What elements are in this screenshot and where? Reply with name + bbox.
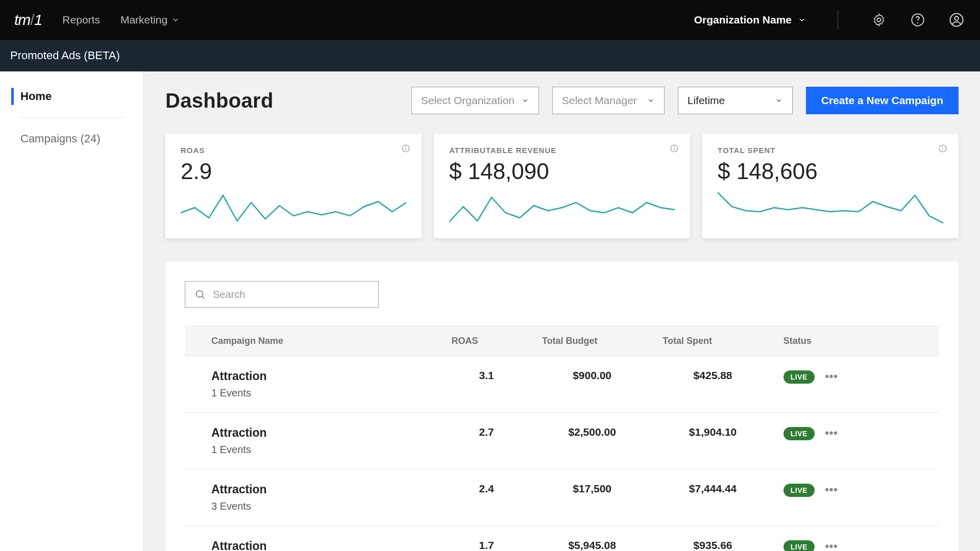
profile-button[interactable]: [947, 11, 966, 29]
create-campaign-button[interactable]: Create a New Campaign: [806, 87, 959, 114]
status-badge: LIVE: [783, 484, 815, 497]
svg-point-13: [942, 146, 943, 147]
col-header-budget[interactable]: Total Budget: [532, 327, 652, 356]
svg-point-7: [405, 146, 406, 147]
col-header-status[interactable]: Status: [773, 327, 939, 356]
campaign-name: Attraction: [211, 539, 431, 551]
select-manager-label: Select Manager: [562, 94, 637, 107]
metric-cards: ROAS 2.9 ATTRIBUTABLE REVENUE $ 148,090 …: [165, 134, 959, 238]
campaign-spent: $425.88: [652, 356, 773, 413]
campaigns-table: Campaign Name ROAS Total Budget Total Sp…: [185, 326, 939, 551]
card-revenue: ATTRIBUTABLE REVENUE $ 148,090: [434, 134, 690, 238]
svg-point-2: [917, 22, 918, 23]
campaign-events: 3 Events: [211, 500, 431, 512]
campaign-budget: $5,945.08: [532, 526, 652, 552]
col-header-roas[interactable]: ROAS: [442, 327, 532, 356]
campaign-budget: $17,500: [532, 469, 652, 526]
campaign-roas: 2.7: [442, 413, 532, 469]
row-more-button[interactable]: •••: [815, 539, 838, 551]
page-title: Dashboard: [165, 89, 274, 112]
svg-point-4: [954, 16, 959, 20]
select-period[interactable]: Lifetime: [678, 87, 793, 114]
col-header-name[interactable]: Campaign Name: [185, 327, 442, 356]
user-icon: [949, 12, 964, 28]
table-row[interactable]: Attraction1 Events2.7$2,500.00$1,904.10L…: [185, 413, 939, 469]
info-icon[interactable]: [938, 144, 947, 153]
campaign-roas: 3.1: [442, 356, 532, 413]
search-icon: [194, 289, 206, 300]
row-more-button[interactable]: •••: [815, 426, 838, 440]
organization-dropdown[interactable]: Organization Name: [694, 14, 806, 26]
info-icon[interactable]: [401, 144, 410, 153]
top-nav: tm/1 Reports Marketing Organization Name: [0, 0, 980, 40]
select-manager[interactable]: Select Manager: [552, 87, 665, 114]
campaign-budget: $900.00: [532, 356, 652, 413]
status-badge: LIVE: [783, 540, 815, 551]
campaign-spent: $7,444.44: [652, 469, 773, 526]
select-organization[interactable]: Select Organization: [411, 87, 539, 114]
settings-button[interactable]: [870, 11, 888, 29]
chevron-down-icon: [775, 96, 783, 105]
campaign-spent: $1,904.10: [652, 413, 773, 469]
status-badge: LIVE: [783, 370, 815, 384]
row-more-button[interactable]: •••: [815, 483, 838, 497]
card-revenue-sparkline: [449, 191, 675, 227]
nav-marketing-label: Marketing: [120, 14, 167, 26]
sub-header-title: Promoted Ads (BETA): [10, 49, 120, 62]
table-row[interactable]: Attraction1 Events3.1$900.00$425.88LIVE•…: [185, 356, 939, 413]
chevron-down-icon: [521, 96, 529, 105]
main-content: Dashboard Select Organization Select Man…: [144, 71, 980, 551]
help-icon: [911, 13, 925, 27]
page-header-row: Dashboard Select Organization Select Man…: [165, 87, 959, 114]
chevron-down-icon: [647, 96, 655, 105]
logo: tm/1: [14, 11, 42, 29]
svg-point-10: [674, 146, 675, 147]
status-badge: LIVE: [783, 427, 815, 440]
row-more-button[interactable]: •••: [815, 369, 838, 384]
campaign-spent: $935.66: [652, 526, 773, 552]
card-roas-label: ROAS: [181, 146, 406, 155]
sidebar-item-home[interactable]: Home: [0, 83, 143, 110]
campaigns-panel: Campaign Name ROAS Total Budget Total Sp…: [165, 262, 959, 551]
table-row[interactable]: Attraction1 Events1.7$5,945.08$935.66LIV…: [185, 526, 939, 552]
nav-marketing[interactable]: Marketing: [120, 14, 180, 26]
chevron-down-icon: [798, 16, 806, 24]
campaign-events: 1 Events: [211, 387, 431, 399]
card-spent-label: TOTAL SPENT: [718, 146, 943, 155]
nav-reports[interactable]: Reports: [62, 14, 100, 26]
organization-name: Organization Name: [694, 14, 792, 26]
card-spent-value: $ 148,606: [718, 159, 943, 184]
chevron-down-icon: [172, 16, 180, 24]
select-period-label: Lifetime: [688, 94, 725, 107]
card-spent-sparkline: [718, 191, 943, 227]
campaign-name: Attraction: [211, 426, 431, 440]
select-organization-label: Select Organization: [421, 94, 514, 107]
svg-point-0: [877, 18, 881, 22]
card-spent: TOTAL SPENT $ 148,606: [702, 134, 959, 238]
help-button[interactable]: [909, 11, 927, 29]
card-roas-sparkline: [181, 191, 406, 227]
card-revenue-value: $ 148,090: [449, 159, 675, 184]
svg-line-15: [202, 296, 204, 298]
divider: [838, 10, 838, 30]
sub-header: Promoted Ads (BETA): [0, 40, 980, 71]
campaign-roas: 1.7: [442, 526, 532, 552]
campaign-name: Attraction: [211, 483, 431, 496]
campaign-budget: $2,500.00: [532, 413, 652, 469]
divider: [20, 117, 123, 118]
table-row[interactable]: Attraction3 Events2.4$17,500$7,444.44LIV…: [185, 469, 939, 526]
card-roas-value: 2.9: [181, 159, 406, 184]
card-roas: ROAS 2.9: [165, 134, 422, 238]
campaign-roas: 2.4: [442, 469, 532, 526]
info-icon[interactable]: [670, 144, 679, 153]
gear-icon: [872, 13, 886, 27]
sidebar: Home Campaigns (24): [0, 71, 144, 551]
campaign-name: Attraction: [211, 369, 431, 383]
card-revenue-label: ATTRIBUTABLE REVENUE: [449, 146, 675, 155]
search-input[interactable]: [213, 289, 369, 300]
svg-point-14: [197, 291, 203, 297]
search-box[interactable]: [185, 281, 379, 308]
sidebar-item-campaigns[interactable]: Campaigns (24): [0, 125, 143, 153]
col-header-spent[interactable]: Total Spent: [652, 327, 773, 356]
campaign-events: 1 Events: [211, 444, 431, 456]
